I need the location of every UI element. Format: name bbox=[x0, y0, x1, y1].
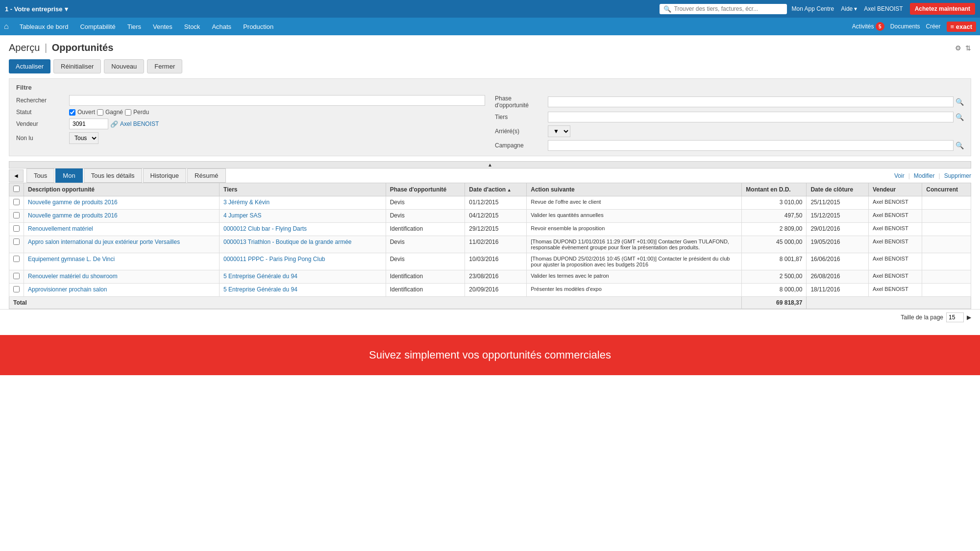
row-checkbox[interactable] bbox=[13, 286, 20, 292]
nav-ventes[interactable]: Ventes bbox=[148, 20, 177, 33]
filter-vendeur-row: Vendeur 🔗 Axel BENOIST bbox=[16, 119, 485, 129]
nav-production[interactable]: Production bbox=[238, 20, 278, 33]
achetez-button[interactable]: Achetez maintenant bbox=[910, 3, 975, 15]
home-icon[interactable]: ⌂ bbox=[4, 22, 9, 31]
tab-resume[interactable]: Résumé bbox=[187, 168, 225, 183]
nav-achats[interactable]: Achats bbox=[207, 20, 236, 33]
page-size-input[interactable] bbox=[946, 312, 964, 322]
row-checkbox-cell bbox=[9, 253, 24, 270]
row-phase: Identification bbox=[386, 270, 465, 284]
row-description-link[interactable]: Nouvelle gamme de produits 2016 bbox=[28, 212, 118, 219]
actualiser-button[interactable]: Actualiser bbox=[9, 59, 50, 73]
row-tiers-name-link[interactable]: Jérémy & Kévin bbox=[228, 199, 270, 206]
fermer-button[interactable]: Fermer bbox=[147, 59, 182, 73]
row-phase: Devis bbox=[386, 253, 465, 270]
row-tiers-num-link[interactable]: 4 bbox=[223, 212, 227, 219]
sort-icon[interactable]: ⇅ bbox=[965, 44, 971, 52]
row-tiers-num-link[interactable]: 5 bbox=[223, 286, 227, 293]
nav-tiers[interactable]: Tiers bbox=[122, 20, 146, 33]
filter-statut-perdu-checkbox[interactable] bbox=[125, 109, 131, 116]
filter-vendeur-control: 🔗 Axel BENOIST bbox=[69, 119, 485, 129]
row-tiers-num-link[interactable]: 0000013 bbox=[223, 239, 246, 245]
row-description: Renouvellement matériel bbox=[24, 223, 220, 236]
filter-statut-gagne-label: Gagné bbox=[105, 109, 123, 116]
mon-app-centre-link[interactable]: Mon App Centre bbox=[792, 5, 834, 12]
row-tiers-num-link[interactable]: 3 bbox=[223, 199, 227, 206]
reinitialiser-button[interactable]: Réinitialiser bbox=[53, 59, 101, 73]
row-tiers-name-link[interactable]: Entreprise Générale du 94 bbox=[228, 286, 297, 293]
nouveau-button[interactable]: Nouveau bbox=[104, 59, 144, 73]
search-input[interactable] bbox=[674, 5, 783, 12]
row-checkbox[interactable] bbox=[13, 199, 20, 205]
row-tiers-name-link[interactable]: Entreprise Générale du 94 bbox=[228, 273, 297, 280]
tab-historique[interactable]: Historique bbox=[143, 168, 187, 183]
row-description-link[interactable]: Renouvellement matériel bbox=[28, 225, 93, 232]
filter-nonlu-select[interactable]: Tous Oui Non bbox=[69, 132, 98, 144]
filter-tiers-search-icon[interactable]: 🔍 bbox=[956, 113, 964, 121]
filter-rechercher-input[interactable] bbox=[69, 95, 485, 106]
row-checkbox[interactable] bbox=[13, 225, 20, 232]
filter-campagne-input[interactable] bbox=[548, 140, 954, 151]
row-checkbox[interactable] bbox=[13, 256, 20, 262]
row-tiers-name-link[interactable]: Jumper SAS bbox=[228, 212, 261, 219]
filter-tiers-input[interactable] bbox=[548, 112, 954, 122]
voir-link[interactable]: Voir bbox=[894, 172, 905, 179]
row-tiers-name-link[interactable]: Club bar - Flying Darts bbox=[248, 225, 307, 232]
nav-tableaux-de-bord[interactable]: Tableaux de bord bbox=[15, 20, 74, 33]
tab-mon[interactable]: Mon bbox=[55, 168, 82, 183]
filter-statut-gagne-checkbox[interactable] bbox=[97, 109, 103, 116]
row-description-link[interactable]: Approvisionner prochain salon bbox=[28, 286, 107, 293]
row-description-link[interactable]: Renouveler matériel du showroom bbox=[28, 273, 118, 280]
filter-phase-input[interactable] bbox=[548, 96, 954, 107]
select-all-checkbox[interactable] bbox=[13, 186, 20, 192]
row-tiers-name-link[interactable]: Triathlon - Boutique de la grande armée bbox=[248, 239, 352, 245]
tab-tous-details[interactable]: Tous les détails bbox=[84, 168, 142, 183]
tab-back-button[interactable]: ◄ bbox=[9, 169, 24, 182]
col-date-action[interactable]: Date d'action bbox=[465, 183, 527, 196]
documents-link[interactable]: Documents bbox=[890, 23, 920, 30]
row-concurrent bbox=[922, 253, 971, 270]
filter-phase-label: Phase d'opportunité bbox=[495, 95, 544, 109]
row-checkbox-cell bbox=[9, 210, 24, 223]
modifier-link[interactable]: Modifier bbox=[914, 172, 935, 179]
supprimer-link[interactable]: Supprimer bbox=[944, 172, 971, 179]
row-description-link[interactable]: Appro salon international du jeux extéri… bbox=[28, 239, 180, 245]
filter-rechercher-row: Rechercher bbox=[16, 95, 485, 106]
row-checkbox-cell bbox=[9, 196, 24, 210]
filter-campagne-row: Campagne 🔍 bbox=[495, 140, 964, 151]
filter-phase-search-icon[interactable]: 🔍 bbox=[956, 98, 964, 106]
row-tiers-num-link[interactable]: 0000012 bbox=[223, 225, 246, 232]
row-checkbox[interactable] bbox=[13, 212, 20, 218]
row-tiers-name-link[interactable]: PPPC - Paris Ping Pong Club bbox=[248, 256, 325, 263]
tab-tous[interactable]: Tous bbox=[26, 168, 54, 183]
company-name: 1 - Votre entreprise bbox=[5, 5, 63, 13]
global-search[interactable]: 🔍 bbox=[660, 4, 787, 14]
row-checkbox[interactable] bbox=[13, 273, 20, 279]
filter-vendeur-input[interactable] bbox=[69, 119, 108, 129]
filter-collapse-divider[interactable]: ▲ bbox=[9, 161, 971, 168]
row-tiers-num-link[interactable]: 0000011 bbox=[223, 256, 246, 263]
settings-icon[interactable]: ⚙ bbox=[955, 44, 961, 52]
tabs-bar: ◄ Tous Mon Tous les détails Historique R… bbox=[9, 168, 971, 183]
creer-link[interactable]: Créer bbox=[926, 23, 941, 30]
company-selector[interactable]: 1 - Votre entreprise ▾ bbox=[5, 5, 68, 13]
aide-menu[interactable]: Aide ▾ bbox=[841, 5, 857, 12]
filter-nonlu-control: Tous Oui Non bbox=[69, 132, 485, 144]
filter-campagne-search-icon[interactable]: 🔍 bbox=[956, 142, 964, 149]
filter-statut-ouvert-checkbox[interactable] bbox=[69, 109, 75, 116]
filter-arrieres-select[interactable]: ▼ bbox=[548, 125, 570, 137]
page-next-btn[interactable]: ▶ bbox=[967, 314, 971, 321]
row-vendeur: Axel BENOIST bbox=[868, 270, 922, 284]
nav-comptabilite[interactable]: Comptabilité bbox=[75, 20, 120, 33]
filter-vendeur-link[interactable]: Axel BENOIST bbox=[120, 120, 159, 127]
table-row: Nouvelle gamme de produits 2016 4 Jumper… bbox=[9, 210, 971, 223]
row-checkbox[interactable] bbox=[13, 239, 20, 245]
row-phase: Identification bbox=[386, 284, 465, 297]
row-checkbox-cell bbox=[9, 223, 24, 236]
activities-link[interactable]: Activités 5 bbox=[852, 22, 884, 31]
row-concurrent bbox=[922, 284, 971, 297]
row-description-link[interactable]: Equipement gymnase L. De Vinci bbox=[28, 256, 115, 263]
row-tiers-num-link[interactable]: 5 bbox=[223, 273, 227, 280]
row-description-link[interactable]: Nouvelle gamme de produits 2016 bbox=[28, 199, 118, 206]
nav-stock[interactable]: Stock bbox=[179, 20, 205, 33]
